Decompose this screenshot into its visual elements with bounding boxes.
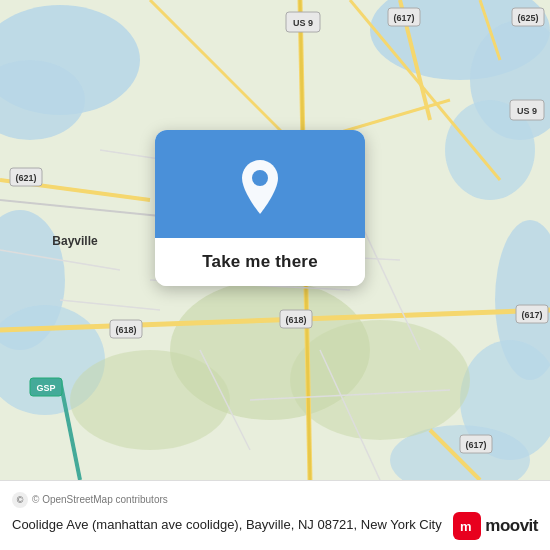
card-header [155,130,365,238]
svg-text:(621): (621) [15,173,36,183]
osm-logo: © [12,492,28,508]
svg-text:(618): (618) [285,315,306,325]
attribution-text: © OpenStreetMap contributors [32,494,168,505]
svg-text:(617): (617) [521,310,542,320]
svg-point-56 [252,170,268,186]
address-row: Coolidge Ave (manhattan ave coolidge), B… [12,512,538,540]
svg-text:US 9: US 9 [293,18,313,28]
svg-text:(617): (617) [465,440,486,450]
attribution-row: © © OpenStreetMap contributors [12,492,538,508]
svg-text:US 9: US 9 [517,106,537,116]
moovit-icon: m [453,512,481,540]
svg-text:(618): (618) [115,325,136,335]
svg-text:Bayville: Bayville [52,234,98,248]
bottom-info-bar: © © OpenStreetMap contributors Coolidge … [0,480,550,550]
address-text: Coolidge Ave (manhattan ave coolidge), B… [12,517,443,534]
svg-text:m: m [460,519,472,534]
svg-point-12 [70,350,230,450]
location-card: Take me there [155,130,365,286]
moovit-logo: m moovit [453,512,538,540]
moovit-text: moovit [485,516,538,536]
svg-point-13 [290,320,470,440]
svg-text:(617): (617) [393,13,414,23]
take-me-there-button[interactable]: Take me there [155,238,365,286]
svg-text:GSP: GSP [36,383,55,393]
svg-text:(625): (625) [517,13,538,23]
map-area: US 9 (617) (625) US 9 (621) (618) (618) … [0,0,550,480]
location-pin-icon [234,158,286,218]
